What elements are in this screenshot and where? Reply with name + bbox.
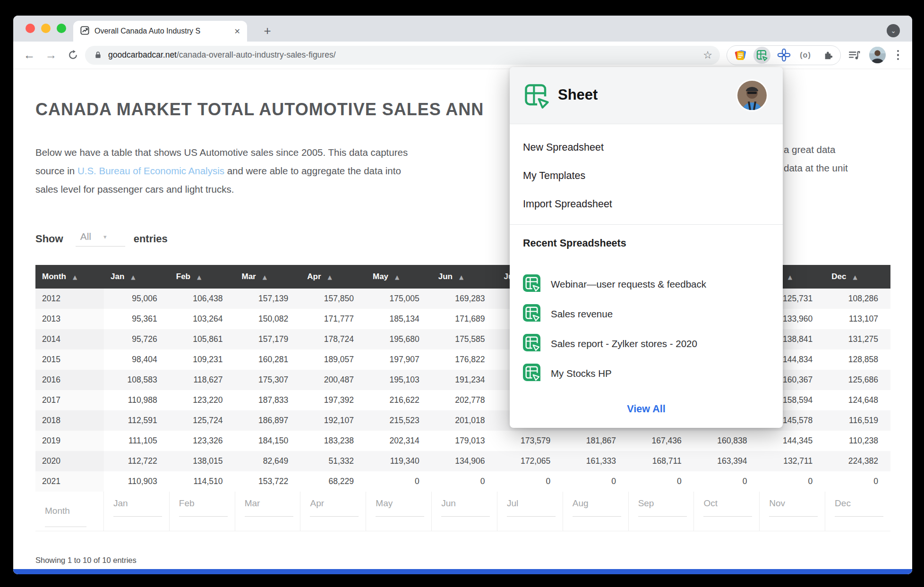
col-header-dec[interactable]: Dec▲ <box>825 265 890 289</box>
cell-mar: 184,150 <box>235 431 301 451</box>
col-header-jun[interactable]: Jun▲ <box>432 265 497 289</box>
entries-info: Showing 1 to 10 of 10 entries <box>35 556 137 565</box>
cell-apr: 178,724 <box>300 329 366 349</box>
col-header-may[interactable]: May▲ <box>366 265 432 289</box>
recent-spreadsheet-title: Webinar—user requests & feedback <box>551 279 706 290</box>
cell-month: 2016 <box>35 370 104 390</box>
paragraph-line-3: sales level for passenger cars and light… <box>35 180 408 198</box>
zoho-sheet-extension-button[interactable] <box>752 46 772 65</box>
sort-asc-icon: ▲ <box>328 274 332 281</box>
zoho-sheet-extension-popup: Sheet New SpreadsheetMy TemplatesImport … <box>510 67 783 428</box>
cell-mar: 157,139 <box>235 289 301 309</box>
cell-dec: 131,275 <box>825 329 890 349</box>
cell-aug: 181,867 <box>563 431 628 451</box>
browser-profile-avatar[interactable] <box>869 47 886 63</box>
caret-down-icon: ▾ <box>103 233 107 240</box>
url-bar[interactable]: goodcarbadcar.net/canada-overall-auto-in… <box>85 46 720 65</box>
cell-jan: 108,583 <box>104 370 170 390</box>
filter-input-sep[interactable]: Sep <box>629 492 694 531</box>
filter-input-month[interactable]: Month <box>35 492 104 531</box>
cell-aug: 161,333 <box>563 451 628 471</box>
cell-mar: 175,307 <box>235 370 301 390</box>
cell-sep: 168,711 <box>628 451 694 471</box>
filter-underline <box>310 516 359 517</box>
spreadsheet-icon <box>523 364 540 383</box>
recent-spreadsheet-item[interactable]: Sales report - Zylker stores - 2020 <box>510 329 783 358</box>
filter-underline <box>441 516 490 517</box>
menu-item-new-spreadsheet[interactable]: New Spreadsheet <box>510 133 783 162</box>
col-header-month[interactable]: Month▲ <box>35 265 104 289</box>
filter-input-jul[interactable]: Jul <box>497 492 563 531</box>
reload-button[interactable] <box>63 46 82 65</box>
browser-menu-button[interactable] <box>890 50 907 60</box>
cell-dec: 0 <box>825 471 890 492</box>
back-button[interactable]: ← <box>20 46 39 65</box>
cell-aug: 0 <box>563 471 628 492</box>
recent-spreadsheet-item[interactable]: My Stocks HP <box>510 358 783 388</box>
zoom-window-button[interactable] <box>57 24 66 33</box>
table-row-2020: 2020112,722138,01582,64951,332119,340134… <box>35 451 890 471</box>
page-title: CANADA MARKET TOTAL AUTOMOTIVE SALES ANN <box>35 100 484 119</box>
filter-input-feb[interactable]: Feb <box>170 492 235 531</box>
col-header-jan[interactable]: Jan▲ <box>104 265 170 289</box>
recorder-extension-button[interactable]: (o) <box>795 46 816 65</box>
filter-input-jun[interactable]: Jun <box>432 492 497 531</box>
filter-input-jan[interactable]: Jan <box>104 492 170 531</box>
view-all-link[interactable]: View All <box>510 403 783 415</box>
recent-spreadsheet-item[interactable]: Webinar—user requests & feedback <box>510 269 783 299</box>
cell-month: 2019 <box>35 431 104 451</box>
zoho-account-avatar[interactable] <box>737 81 767 110</box>
cell-oct: 160,838 <box>694 431 760 451</box>
window-controls <box>26 24 66 33</box>
entries-select-value: All <box>80 231 91 242</box>
media-playlist-button[interactable] <box>844 46 864 65</box>
filter-input-nov[interactable]: Nov <box>760 492 825 531</box>
filter-underline <box>45 527 86 527</box>
extensions-menu-button[interactable] <box>817 46 838 65</box>
filter-input-dec[interactable]: Dec <box>825 492 890 531</box>
zoho-clover-extension-button[interactable] <box>773 46 794 65</box>
tab-search-button[interactable]: ⌄ <box>887 24 900 37</box>
tab-close-icon[interactable]: ✕ <box>234 27 240 36</box>
table-row-2021: 2021110,903114,510153,72268,22900000000 <box>35 471 890 492</box>
bookmark-star-icon[interactable]: ☆ <box>703 49 712 61</box>
cell-jan: 95,006 <box>104 289 170 309</box>
menu-item-my-templates[interactable]: My Templates <box>510 162 783 190</box>
browser-toolbar: ← → goodcarbadcar.net/canada-overall-aut… <box>13 42 912 68</box>
cell-may: 216,622 <box>366 390 432 410</box>
filter-input-oct[interactable]: Oct <box>694 492 760 531</box>
recent-spreadsheet-item[interactable]: Sales revenue <box>510 299 783 329</box>
bea-link[interactable]: U.S. Bureau of Economic Analysis <box>77 165 224 176</box>
filter-input-aug[interactable]: Aug <box>563 492 629 531</box>
show-entries-control: Show All ▾ entries <box>35 231 168 247</box>
cell-feb: 118,627 <box>170 370 235 390</box>
cell-mar: 150,082 <box>235 309 301 329</box>
col-header-feb[interactable]: Feb▲ <box>170 265 235 289</box>
col-header-mar[interactable]: Mar▲ <box>235 265 301 289</box>
menu-item-import-spreadsheet[interactable]: Import Spreadsheet <box>510 190 783 218</box>
cell-apr: 197,392 <box>300 390 366 410</box>
filter-placeholder: Jan <box>113 498 169 509</box>
entries-select[interactable]: All ▾ <box>76 231 125 247</box>
browser-tab[interactable]: Overall Canada Auto Industry S ✕ <box>73 21 247 42</box>
show-label: Show <box>35 233 63 245</box>
tab-title: Overall Canada Auto Industry S <box>94 27 230 35</box>
close-window-button[interactable] <box>26 24 35 33</box>
paragraph-line-1: Below we have a table that shows US Auto… <box>35 143 408 162</box>
avatar-photo <box>737 81 767 110</box>
filter-underline <box>179 516 228 517</box>
cell-feb: 125,724 <box>170 410 235 431</box>
new-tab-button[interactable]: + <box>259 22 276 39</box>
cell-jan: 110,903 <box>104 471 170 492</box>
cell-dec: 113,107 <box>825 309 890 329</box>
forward-button[interactable]: → <box>42 46 60 65</box>
filter-input-mar[interactable]: Mar <box>235 492 301 531</box>
filter-input-may[interactable]: May <box>366 492 432 531</box>
filter-underline <box>835 516 883 517</box>
col-header-apr[interactable]: Apr▲ <box>300 265 366 289</box>
cell-apr: 68,229 <box>300 471 366 492</box>
news-extension-button[interactable] <box>730 46 751 65</box>
minimize-window-button[interactable] <box>41 24 51 33</box>
url-text[interactable]: goodcarbadcar.net/canada-overall-auto-in… <box>108 50 697 60</box>
filter-input-apr[interactable]: Apr <box>300 492 366 531</box>
